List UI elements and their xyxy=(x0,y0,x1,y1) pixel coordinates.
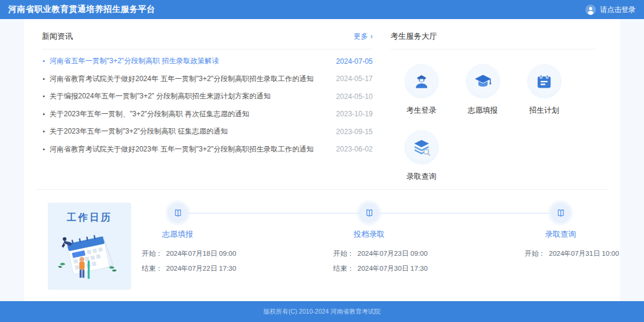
service-label: 考生登录 xyxy=(407,106,436,116)
start-value: 2024年07月23日 09:00 xyxy=(358,250,428,257)
news-item[interactable]: 河南省教育考试院关于做好2023年 五年一贯制"3+2"分段制高职招生录取工作的… xyxy=(42,141,373,159)
more-link[interactable]: 更多 › xyxy=(354,32,373,42)
phase-label[interactable]: 投档录取 xyxy=(309,229,429,240)
news-item[interactable]: 关于2023年五年一贯制、"3+2"分段制高职 再次征集志愿的通知 2023-1… xyxy=(42,106,373,123)
news-item[interactable]: 河南省教育考试院关于做好2024年 五年一贯制"3+2"分段制高职招生录取工作的… xyxy=(42,70,373,88)
service-admission-query[interactable]: 录取查询 xyxy=(391,130,452,182)
layers-search-icon xyxy=(404,130,439,165)
phase-label[interactable]: 志愿填报 xyxy=(118,229,237,240)
chevron-right-icon: › xyxy=(370,32,373,41)
news-item-date: 2024-07-05 xyxy=(336,57,373,66)
timeline-phase-archive-admission: 投档录取 开始：2024年07月23日 09:00 结束：2024年07月30日… xyxy=(309,203,429,279)
service-enrollment-plan[interactable]: 招生计划 xyxy=(513,64,575,116)
service-hall-section: 考生服务大厅 考生登 xyxy=(391,26,596,189)
timeline-phase-volunteer-fill: 志愿填报 开始：2024年07月18日 09:00 结束：2024年07月22日… xyxy=(118,203,237,279)
news-item[interactable]: 河南省五年一贯制"3+2"分段制高职 招生录取政策解读 2024-07-05 xyxy=(42,52,373,70)
top-header: 河南省职业教育贯通培养招生服务平台 请点击登录 xyxy=(0,0,644,19)
news-item-title: 关于2023年五年一贯制"3+2"分段制高职 征集志愿的通知 xyxy=(49,126,336,137)
start-label: 开始： xyxy=(333,250,354,257)
news-item-date: 2023-06-02 xyxy=(336,145,373,153)
news-item-title: 关于编报2024年五年一贯制"3+2" 分段制高职招生来源计划方案的通知 xyxy=(49,91,336,101)
login-label: 请点击登录 xyxy=(600,5,636,15)
page: 河南省职业教育贯通培养招生服务平台 请点击登录 新闻资讯 xyxy=(0,0,644,322)
news-item[interactable]: 关于2023年五年一贯制"3+2"分段制高职 征集志愿的通知 2023-09-1… xyxy=(42,123,373,141)
news-item[interactable]: 关于编报2024年五年一贯制"3+2" 分段制高职招生来源计划方案的通知 202… xyxy=(42,88,373,106)
calendar-icon xyxy=(527,64,562,98)
phase-label[interactable]: 录取查询 xyxy=(501,229,620,240)
book-icon xyxy=(550,203,571,223)
service-grid: 考生登录 志愿填报 xyxy=(391,64,596,182)
bullet-icon xyxy=(43,131,45,132)
news-item-date: 2024-05-17 xyxy=(336,75,373,83)
news-item-title: 关于2023年五年一贯制、"3+2"分段制高职 再次征集志愿的通知 xyxy=(49,109,336,119)
service-label: 志愿填报 xyxy=(468,106,498,116)
more-label: 更多 xyxy=(354,32,368,42)
end-label: 结束： xyxy=(333,265,354,272)
top-section: 新闻资讯 更多 › 河南省五年一贯制"3+2"分段制高职 招生录取政策解读 20… xyxy=(24,19,620,189)
user-icon xyxy=(585,4,596,16)
news-item-title: 河南省教育考试院关于做好2023年 五年一贯制"3+2"分段制高职招生录取工作的… xyxy=(49,144,336,154)
book-icon xyxy=(359,203,379,223)
service-hall-title: 考生服务大厅 xyxy=(391,31,437,42)
phase-dates: 开始：2024年07月23日 09:00 结束：2024年07月30日 17:3… xyxy=(309,249,429,273)
news-header: 新闻资讯 更多 › xyxy=(42,26,373,49)
bullet-icon xyxy=(43,95,45,97)
service-label: 录取查询 xyxy=(407,172,436,182)
start-value: 2024年07月31日 10:00 xyxy=(549,250,620,257)
bullet-icon xyxy=(43,113,45,115)
end-value: 2024年07月22日 17:30 xyxy=(166,265,237,272)
news-item-date: 2024-05-10 xyxy=(336,92,373,101)
phase-dates: 开始：2024年07月18日 09:00 结束：2024年07月22日 17:3… xyxy=(118,249,237,273)
copyright-text: 版权所有(C) 2010-2024 河南省教育考试院 xyxy=(264,308,381,316)
news-item-date: 2023-09-15 xyxy=(336,128,373,136)
start-label: 开始： xyxy=(525,250,546,257)
site-title: 河南省职业教育贯通培养招生服务平台 xyxy=(8,4,156,15)
service-label: 招生计划 xyxy=(530,106,559,116)
news-item-title: 河南省教育考试院关于做好2024年 五年一贯制"3+2"分段制高职招生录取工作的… xyxy=(49,74,336,84)
login-button[interactable]: 请点击登录 xyxy=(585,4,636,16)
service-hall-header: 考生服务大厅 xyxy=(391,26,596,49)
service-volunteer-fill[interactable]: 志愿填报 xyxy=(452,64,513,116)
phase-dates: 开始：2024年07月31日 10:00 xyxy=(501,249,620,258)
work-calendar-section: 工作日历 xyxy=(24,190,620,301)
main-area: 新闻资讯 更多 › 河南省五年一贯制"3+2"分段制高职 招生录取政策解读 20… xyxy=(0,19,644,301)
content-card: 新闻资讯 更多 › 河南省五年一贯制"3+2"分段制高职 招生录取政策解读 20… xyxy=(24,19,620,301)
calendar-illustration xyxy=(52,225,127,284)
news-item-title: 河南省五年一贯制"3+2"分段制高职 招生录取政策解读 xyxy=(49,56,336,66)
service-student-login[interactable]: 考生登录 xyxy=(391,64,452,116)
bullet-icon xyxy=(43,148,45,150)
start-label: 开始： xyxy=(142,250,163,257)
footer: 版权所有(C) 2010-2024 河南省教育考试院 xyxy=(0,301,644,322)
timeline: 志愿填报 开始：2024年07月18日 09:00 结束：2024年07月22日… xyxy=(142,203,596,292)
end-label: 结束： xyxy=(142,265,163,272)
bullet-icon xyxy=(43,60,45,62)
graduation-cap-icon xyxy=(466,64,500,98)
student-icon xyxy=(404,64,439,98)
bullet-icon xyxy=(43,78,45,80)
news-list: 河南省五年一贯制"3+2"分段制高职 招生录取政策解读 2024-07-05 河… xyxy=(42,52,373,158)
news-title: 新闻资讯 xyxy=(42,31,73,42)
end-value: 2024年07月30日 17:30 xyxy=(358,265,428,272)
book-icon xyxy=(168,203,188,223)
news-section: 新闻资讯 更多 › 河南省五年一贯制"3+2"分段制高职 招生录取政策解读 20… xyxy=(42,26,391,189)
start-value: 2024年07月18日 09:00 xyxy=(166,250,237,257)
timeline-phase-admission-query: 录取查询 开始：2024年07月31日 10:00 xyxy=(501,203,620,264)
news-item-date: 2023-10-19 xyxy=(336,110,373,118)
